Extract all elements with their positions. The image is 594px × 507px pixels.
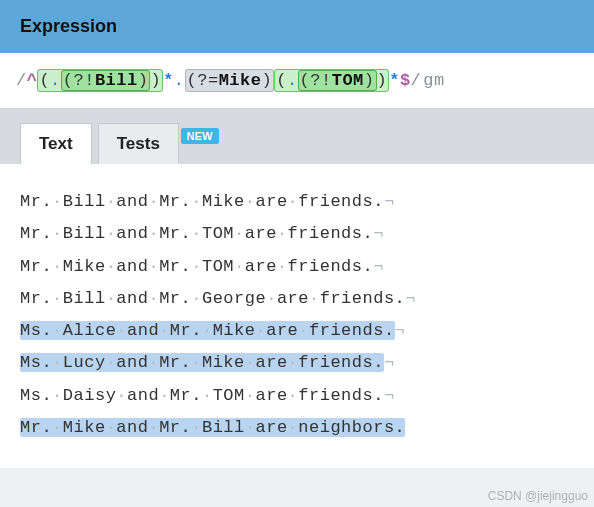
match-segment: Mr.·Mike·and·Mr.·Bill·are·neighbors. [20, 418, 405, 437]
space-dot-icon: · [191, 289, 202, 308]
space-dot-icon: · [288, 192, 299, 211]
text-segment: Mr.·Mike·and·Mr.·TOM·are·friends. [20, 257, 373, 276]
space-dot-icon: · [106, 353, 117, 372]
test-text-area[interactable]: Mr.·Bill·and·Mr.·Mike·are·friends.¬Mr.·B… [0, 164, 594, 468]
space-dot-icon: · [191, 192, 202, 211]
regex-group-1: (.(?!Bill)) [37, 69, 163, 92]
text-segment: Ms.·Daisy·and·Mr.·TOM·are·friends. [20, 386, 384, 405]
eol-icon: ¬ [373, 224, 384, 243]
space-dot-icon: · [148, 192, 159, 211]
text-segment: Mr.·Bill·and·Mr.·TOM·are·friends. [20, 224, 373, 243]
tab-tests[interactable]: Tests [98, 123, 179, 164]
regex-input[interactable]: /^(.(?!Bill))*.(?=Mike)(.(?!TOM))*$/gm [0, 53, 594, 109]
text-line: Ms.·Alice·and·Mr.·Mike·are·friends.¬ [20, 315, 574, 347]
space-dot-icon: · [52, 386, 63, 405]
space-dot-icon: · [148, 289, 159, 308]
text-segment: Mr.·Bill·and·Mr.·George·are·friends. [20, 289, 405, 308]
space-dot-icon: · [148, 418, 159, 437]
eol-icon: ¬ [405, 289, 416, 308]
eol-icon: ¬ [395, 321, 406, 340]
eol-icon: ¬ [384, 353, 395, 372]
regex-lookahead: (?=Mike) [185, 69, 275, 92]
regex-open-delim: / [16, 71, 27, 90]
space-dot-icon: · [191, 353, 202, 372]
tab-bar: Text Tests NEW [0, 109, 594, 164]
eol-icon: ¬ [384, 192, 395, 211]
space-dot-icon: · [148, 224, 159, 243]
space-dot-icon: · [52, 257, 63, 276]
space-dot-icon: · [245, 386, 256, 405]
text-line: Mr.·Bill·and·Mr.·TOM·are·friends.¬ [20, 218, 574, 250]
text-line: Mr.·Mike·and·Mr.·TOM·are·friends.¬ [20, 251, 574, 283]
space-dot-icon: · [234, 257, 245, 276]
space-dot-icon: · [106, 257, 117, 276]
text-line: Ms.·Lucy·and·Mr.·Mike·are·friends.¬ [20, 347, 574, 379]
regex-flags: gm [423, 71, 444, 90]
space-dot-icon: · [52, 192, 63, 211]
space-dot-icon: · [52, 224, 63, 243]
space-dot-icon: · [245, 192, 256, 211]
space-dot-icon: · [106, 224, 117, 243]
text-line: Ms.·Daisy·and·Mr.·TOM·are·friends.¬ [20, 380, 574, 412]
space-dot-icon: · [245, 418, 256, 437]
text-segment: Mr.·Bill·and·Mr.·Mike·are·friends. [20, 192, 384, 211]
space-dot-icon: · [52, 289, 63, 308]
space-dot-icon: · [116, 321, 127, 340]
space-dot-icon: · [191, 257, 202, 276]
space-dot-icon: · [106, 192, 117, 211]
space-dot-icon: · [309, 289, 320, 308]
space-dot-icon: · [106, 418, 117, 437]
eol-icon: ¬ [384, 386, 395, 405]
space-dot-icon: · [191, 224, 202, 243]
regex-neglookahead-2: (?!TOM) [298, 70, 377, 91]
space-dot-icon: · [234, 224, 245, 243]
regex-group-2: (.(?!TOM)) [274, 69, 389, 92]
body-shell: Text Tests NEW Mr.·Bill·and·Mr.·Mike·are… [0, 109, 594, 468]
space-dot-icon: · [159, 386, 170, 405]
match-segment: Ms.·Lucy·and·Mr.·Mike·are·friends. [20, 353, 384, 372]
space-dot-icon: · [202, 321, 213, 340]
badge-new: NEW [181, 128, 219, 144]
space-dot-icon: · [191, 418, 202, 437]
space-dot-icon: · [266, 289, 277, 308]
space-dot-icon: · [159, 321, 170, 340]
space-dot-icon: · [298, 321, 309, 340]
space-dot-icon: · [116, 386, 127, 405]
space-dot-icon: · [288, 353, 299, 372]
space-dot-icon: · [52, 321, 63, 340]
regex-anchor-end: $ [400, 71, 411, 90]
space-dot-icon: · [52, 418, 63, 437]
regex-neglookahead-1: (?!Bill) [61, 70, 151, 91]
match-segment: Ms.·Alice·and·Mr.·Mike·are·friends. [20, 321, 395, 340]
eol-icon: ¬ [373, 257, 384, 276]
text-line: Mr.·Bill·and·Mr.·George·are·friends.¬ [20, 283, 574, 315]
text-line: Mr.·Bill·and·Mr.·Mike·are·friends.¬ [20, 186, 574, 218]
regex-anchor-start: ^ [27, 71, 38, 90]
space-dot-icon: · [245, 353, 256, 372]
space-dot-icon: · [277, 257, 288, 276]
space-dot-icon: · [255, 321, 266, 340]
space-dot-icon: · [202, 386, 213, 405]
space-dot-icon: · [277, 224, 288, 243]
space-dot-icon: · [148, 257, 159, 276]
space-dot-icon: · [288, 418, 299, 437]
text-line: Mr.·Mike·and·Mr.·Bill·are·neighbors. [20, 412, 574, 444]
regex-close-delim: / [411, 71, 422, 90]
space-dot-icon: · [148, 353, 159, 372]
panel-header: Expression [0, 0, 594, 53]
space-dot-icon: · [288, 386, 299, 405]
space-dot-icon: · [106, 289, 117, 308]
regex-quantifier-2: * [389, 71, 400, 90]
space-dot-icon: · [52, 353, 63, 372]
panel-title: Expression [20, 16, 574, 37]
tab-text[interactable]: Text [20, 123, 92, 164]
regex-quantifier-1: * [163, 71, 174, 90]
